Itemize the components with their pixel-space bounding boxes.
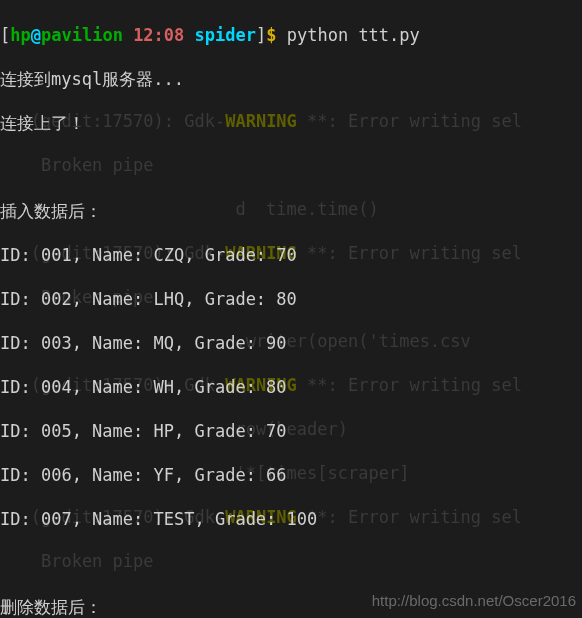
prompt-time: 12:08 (133, 25, 184, 45)
table-row: ID: 004, Name: WH, Grade: 80 (0, 376, 582, 398)
section-delete-header: 删除数据后： (0, 596, 582, 618)
prompt-at: @ (31, 25, 41, 45)
msg-connecting: 连接到mysql服务器... (0, 68, 582, 90)
command-text: python ttt.py (287, 25, 420, 45)
prompt-dir: spider (195, 25, 256, 45)
table-row: ID: 005, Name: HP, Grade: 70 (0, 420, 582, 442)
table-row: ID: 003, Name: MQ, Grade: 90 (0, 332, 582, 354)
prompt-line: [hp@pavilion 12:08 spider]$ python ttt.p… (0, 24, 582, 46)
table-row: ID: 001, Name: CZQ, Grade: 70 (0, 244, 582, 266)
prompt-dollar: $ (266, 25, 276, 45)
table-row: ID: 007, Name: TEST, Grade: 100 (0, 508, 582, 530)
terminal-output[interactable]: [hp@pavilion 12:08 spider]$ python ttt.p… (0, 0, 582, 618)
prompt-user: hp (10, 25, 30, 45)
table-row: ID: 006, Name: YF, Grade: 66 (0, 464, 582, 486)
msg-connected: 连接上了！ (0, 112, 582, 134)
table-row: ID: 002, Name: LHQ, Grade: 80 (0, 288, 582, 310)
section-insert-header: 插入数据后： (0, 200, 582, 222)
prompt-host: pavilion (41, 25, 123, 45)
